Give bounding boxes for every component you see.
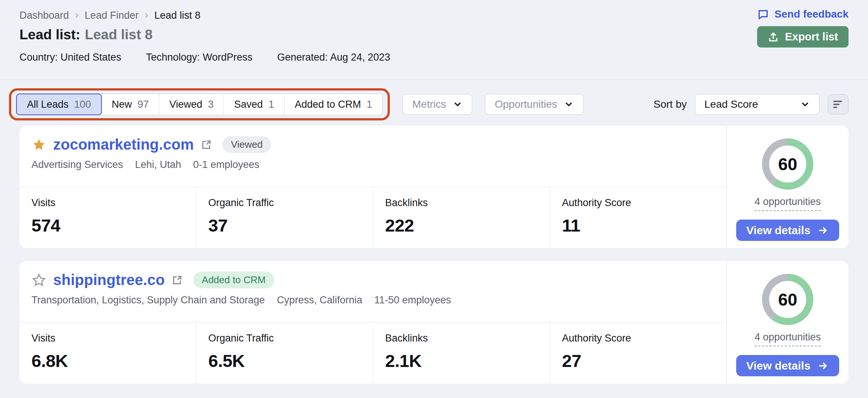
view-details-button[interactable]: View details (736, 355, 839, 376)
metrics-dropdown-label: Metrics (412, 98, 446, 110)
company-location: Lehi, Utah (135, 159, 181, 171)
metric-value: 11 (562, 215, 726, 236)
tab-count: 1 (268, 99, 274, 110)
lead-filter-tabs: All Leads 100 New 97 Viewed 3 Saved 1 Ad… (16, 94, 383, 115)
domain-link[interactable]: zocomarketing.com (53, 136, 194, 153)
metric-value: 37 (208, 215, 373, 236)
metric-value: 2.1K (385, 350, 550, 371)
breadcrumb-dashboard[interactable]: Dashboard (19, 10, 69, 21)
meta-technology: Technology: WordPress (146, 52, 253, 63)
status-badge: Added to CRM (193, 272, 274, 288)
lead-score-panel: 60 4 opportunities View details (726, 261, 849, 384)
tab-label: Viewed (169, 99, 202, 110)
metric-label: Visits (31, 197, 196, 209)
metrics-row: Visits 574 Organic Traffic 37 Backlinks … (19, 187, 726, 248)
sort-select-value: Lead Score (704, 98, 758, 110)
send-feedback-label: Send feedback (774, 8, 849, 20)
sort-select[interactable]: Lead Score (695, 94, 819, 115)
tab-count: 100 (74, 99, 91, 110)
breadcrumb-separator-icon: › (145, 9, 148, 22)
breadcrumb-lead-finder[interactable]: Lead Finder (85, 10, 139, 21)
tab-added-to-crm[interactable]: Added to CRM 1 (285, 94, 382, 115)
card-header: shippingtree.co Added to CRM Transportat… (19, 261, 726, 322)
chevron-down-icon (453, 100, 462, 109)
opportunities-dropdown[interactable]: Opportunities (485, 94, 583, 115)
metrics-dropdown[interactable]: Metrics (403, 94, 472, 115)
tab-label: Added to CRM (295, 99, 361, 110)
lead-score-value: 60 (778, 154, 797, 174)
tab-label: Saved (234, 99, 263, 110)
view-details-label: View details (746, 359, 810, 372)
company-industry: Transportation, Logistics, Supply Chain … (31, 294, 265, 306)
tab-new[interactable]: New 97 (101, 94, 159, 115)
meta-generated: Generated: Aug 24, 2023 (277, 52, 390, 63)
export-list-button[interactable]: Export list (757, 26, 849, 48)
opportunities-link[interactable]: 4 opportunities (755, 196, 821, 211)
metric-label: Authority Score (562, 197, 726, 209)
list-meta-row: Country: United States Technology: WordP… (19, 52, 849, 80)
arrow-right-icon (817, 361, 829, 371)
sort-controls: Sort by Lead Score (653, 94, 849, 115)
page-header: Dashboard › Lead Finder › Lead list 8 Le… (0, 0, 868, 80)
metric-label: Visits (31, 333, 196, 344)
lead-score-value: 60 (778, 290, 797, 310)
header-actions: Send feedback Export list (757, 8, 849, 48)
lead-card-list: zocomarketing.com Viewed Advertising Ser… (0, 120, 868, 384)
tab-count: 3 (208, 99, 213, 110)
send-feedback-link[interactable]: Send feedback (757, 8, 849, 20)
view-details-button[interactable]: View details (736, 220, 839, 241)
company-meta: Advertising Services Lehi, Utah 0-1 empl… (31, 159, 715, 171)
export-list-label: Export list (785, 31, 838, 43)
export-upload-icon (768, 31, 779, 43)
lead-card-shippingtree: shippingtree.co Added to CRM Transportat… (19, 261, 849, 384)
domain-link[interactable]: shippingtree.co (53, 272, 165, 288)
sort-descending-icon (832, 100, 844, 109)
chevron-down-icon (800, 100, 810, 109)
tab-viewed[interactable]: Viewed 3 (159, 94, 224, 115)
opportunities-dropdown-label: Opportunities (495, 98, 557, 110)
metric-label: Organic Traffic (208, 197, 373, 209)
lead-score-donut: 60 (762, 138, 813, 190)
company-size: 0-1 employees (193, 159, 260, 171)
sort-direction-button[interactable] (828, 94, 849, 114)
company-meta: Transportation, Logistics, Supply Chain … (31, 294, 715, 306)
metric-value: 27 (562, 350, 726, 371)
favorite-star-button[interactable] (31, 137, 46, 152)
metric-authority-score: Authority Score 27 (550, 322, 726, 384)
tab-count: 1 (367, 99, 372, 110)
card-header: zocomarketing.com Viewed Advertising Ser… (19, 126, 726, 187)
tab-label: All Leads (27, 99, 69, 110)
opportunities-link[interactable]: 4 opportunities (755, 331, 821, 346)
page-title: Lead list: (19, 27, 80, 43)
external-link-icon[interactable] (172, 275, 183, 286)
breadcrumb-lead-list: Lead list 8 (154, 10, 200, 21)
metric-label: Authority Score (562, 333, 726, 344)
metric-organic-traffic: Organic Traffic 6.5K (196, 322, 373, 384)
metric-label: Backlinks (385, 197, 550, 209)
metric-value: 6.8K (31, 350, 196, 371)
annotation-highlight-ring: All Leads 100 New 97 Viewed 3 Saved 1 Ad… (9, 88, 390, 120)
external-link-icon[interactable] (201, 139, 212, 150)
view-details-label: View details (746, 224, 810, 237)
metric-backlinks: Backlinks 222 (373, 187, 550, 248)
company-size: 11-50 employees (374, 294, 451, 306)
metric-backlinks: Backlinks 2.1K (373, 322, 550, 384)
chevron-down-icon (564, 100, 574, 109)
tab-saved[interactable]: Saved 1 (224, 94, 285, 115)
breadcrumb: Dashboard › Lead Finder › Lead list 8 (19, 9, 849, 22)
metric-visits: Visits 6.8K (19, 322, 196, 384)
metric-visits: Visits 574 (19, 187, 196, 248)
metric-authority-score: Authority Score 11 (550, 187, 726, 248)
tab-all-leads[interactable]: All Leads 100 (16, 94, 102, 115)
metric-value: 222 (385, 215, 550, 236)
feedback-bubble-icon (757, 8, 769, 20)
domain-row: zocomarketing.com Viewed (31, 136, 715, 153)
status-badge: Viewed (222, 136, 271, 153)
favorite-star-button[interactable] (31, 273, 46, 288)
title-row: Lead list: Lead list 8 (19, 27, 849, 43)
metric-value: 574 (31, 215, 196, 236)
lead-card-zocomarketing: zocomarketing.com Viewed Advertising Ser… (19, 126, 849, 248)
filters-toolbar: All Leads 100 New 97 Viewed 3 Saved 1 Ad… (0, 88, 868, 120)
metrics-row: Visits 6.8K Organic Traffic 6.5K Backlin… (19, 322, 726, 384)
page-title-list-name: Lead list 8 (85, 27, 152, 43)
